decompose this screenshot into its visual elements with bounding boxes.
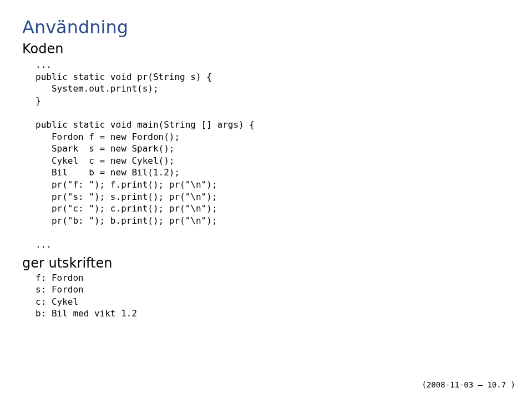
slide-title: Användning: [22, 17, 510, 38]
slide-subtitle: Koden: [22, 41, 510, 57]
code-block-output: f: Fordon s: Fordon c: Cykel b: Bil med …: [36, 272, 510, 320]
slide-footer: (2008-11-03 – 10.7 ): [422, 380, 515, 389]
mid-text: ger utskriften: [22, 255, 510, 271]
code-block-main: ... public static void pr(String s) { Sy…: [36, 59, 510, 251]
